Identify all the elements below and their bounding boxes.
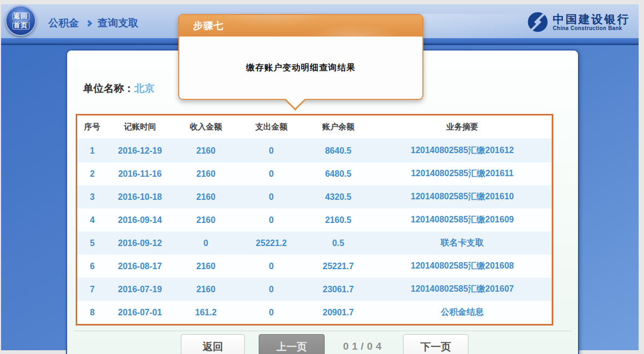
prev-page-button[interactable]: 上一页 (259, 334, 325, 354)
home-button-label-line2: 首页 (12, 21, 30, 30)
table-cell: 2160 (173, 262, 239, 271)
table-cell: 120140802585汇缴201610 (373, 191, 552, 203)
next-page-button[interactable]: 下一页 (403, 334, 469, 354)
table-cell: 0 (239, 215, 303, 225)
footer-divider (74, 330, 572, 331)
table-cell: 25221.7 (304, 262, 373, 271)
table-cell: 2160.5 (304, 215, 373, 225)
table-cell: 120140802585汇缴201612 (373, 145, 552, 156)
table-cell: 0.5 (304, 239, 373, 248)
column-header: 记账时间 (107, 122, 173, 132)
table-cell: 2 (77, 169, 107, 179)
table-cell: 1 (77, 146, 107, 156)
chevron-right-icon (85, 20, 92, 27)
company-name-line: 单位名称：北京 (83, 82, 155, 96)
column-header: 支出金额 (239, 122, 303, 132)
table-row: 32016-10-18216004320.5120140802585汇缴2016… (77, 185, 552, 208)
table-cell: 2160 (173, 146, 239, 156)
table-header-row: 序号记账时间收入金额支出金额账户余额业务摘要 (77, 115, 552, 139)
table-cell: 2160 (173, 192, 239, 202)
ccb-logo-icon (526, 11, 549, 33)
table-cell: 0 (239, 285, 303, 294)
table-body: 12016-12-19216008640.5120140802585汇缴2016… (77, 139, 552, 324)
table-row: 62016-08-172160025221.7120140802585汇缴201… (77, 255, 552, 278)
table-cell: 2016-09-14 (107, 215, 173, 225)
page-indicator: 01/04 (334, 334, 394, 354)
table-cell: 6480.5 (304, 169, 373, 179)
step-tooltip: 步骤七 缴存账户变动明细查询结果 (178, 14, 423, 100)
table-cell: 0 (239, 308, 303, 317)
table-cell: 2016-07-01 (107, 308, 173, 317)
column-header: 收入金额 (173, 122, 239, 132)
table-cell: 7 (77, 285, 107, 294)
table-cell: 2016-10-18 (107, 192, 173, 202)
table-cell: 0 (239, 146, 303, 156)
table-row: 12016-12-19216008640.5120140802585汇缴2016… (77, 139, 552, 162)
column-header: 序号 (77, 122, 107, 132)
back-button[interactable]: 返回 (181, 334, 245, 354)
bank-logo-text: 中国建设银行 China Construction Bank (553, 13, 630, 31)
table-cell: 0 (239, 192, 303, 202)
table-cell: 20901.7 (304, 308, 373, 317)
table-cell: 0 (239, 262, 303, 271)
step-tooltip-message: 缴存账户变动明细查询结果 (179, 37, 422, 99)
step-tooltip-title: 步骤七 (179, 15, 422, 37)
table-cell: 5 (77, 239, 107, 248)
table-cell: 2016-11-16 (107, 169, 173, 179)
home-button-label-line1: 返回 (12, 12, 30, 20)
app-frame: 返回 首页 公积金 查询支取 中国建设银行 China Construction… (1, 4, 639, 350)
table-cell: 8 (77, 308, 107, 317)
company-name-label: 单位名称： (83, 83, 134, 94)
breadcrumb-section[interactable]: 公积金 (48, 16, 79, 30)
table-cell: 0 (239, 169, 303, 179)
company-name-value: 北京 (134, 83, 155, 94)
table-cell: 2016-09-12 (107, 239, 173, 248)
table-cell: 3 (77, 192, 107, 202)
table-cell: 120140802585汇缴201611 (373, 168, 552, 179)
results-table: 序号记账时间收入金额支出金额账户余额业务摘要 12016-12-19216008… (76, 114, 553, 326)
table-row: 22016-11-16216006480.5120140802585汇缴2016… (77, 162, 552, 185)
bank-logo: 中国建设银行 China Construction Bank (526, 11, 630, 33)
table-cell: 8640.5 (304, 146, 373, 156)
table-cell: 25221.2 (239, 239, 303, 248)
breadcrumb: 公积金 查询支取 (48, 16, 138, 30)
table-cell: 4320.5 (304, 192, 373, 202)
table-cell: 联名卡支取 (373, 237, 552, 249)
table-cell: 23061.7 (304, 285, 373, 294)
column-header: 业务摘要 (373, 122, 552, 132)
home-button[interactable]: 返回 首页 (5, 5, 36, 36)
table-cell: 0 (173, 239, 239, 248)
table-row: 42016-09-14216002160.5120140802585汇缴2016… (77, 208, 552, 232)
table-cell: 2160 (173, 169, 239, 179)
bank-name-cn: 中国建设银行 (553, 13, 630, 25)
table-cell: 2160 (173, 215, 239, 225)
table-cell: 2160 (173, 285, 239, 294)
table-row: 72016-07-192160023061.7120140802585汇缴201… (77, 278, 552, 301)
table-row: 52016-09-12025221.20.5联名卡支取 (77, 232, 552, 255)
table-row: 82016-07-01161.2020901.7公积金结息 (77, 301, 552, 324)
table-cell: 4 (77, 215, 107, 225)
table-cell: 120140802585汇缴201607 (373, 284, 552, 295)
table-cell: 6 (77, 262, 107, 271)
column-header: 账户余额 (304, 122, 373, 132)
bank-name-en: China Construction Bank (553, 25, 630, 31)
table-cell: 公积金结息 (373, 307, 552, 318)
table-cell: 2016-08-17 (107, 262, 173, 271)
table-cell: 120140802585汇缴201609 (373, 214, 552, 226)
screen: 返回 首页 公积金 查询支取 中国建设银行 China Construction… (0, 0, 644, 354)
table-cell: 2016-07-19 (107, 285, 173, 294)
table-cell: 2016-12-19 (107, 146, 173, 156)
table-cell: 120140802585汇缴201608 (373, 261, 552, 272)
breadcrumb-current[interactable]: 查询支取 (98, 16, 138, 30)
table-cell: 161.2 (173, 308, 239, 317)
